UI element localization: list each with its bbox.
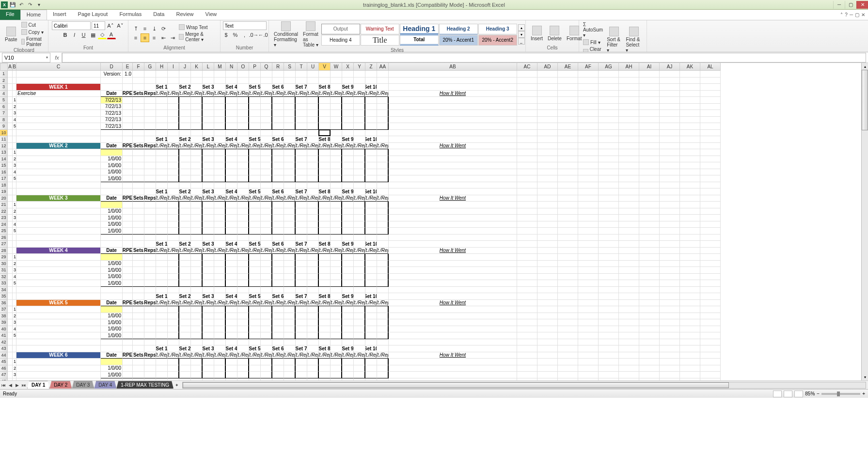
cell[interactable] <box>8 215 13 221</box>
cell[interactable] <box>133 274 144 281</box>
cell[interactable]: 2 - <box>13 313 16 320</box>
cell[interactable] <box>191 97 203 104</box>
cell[interactable] <box>214 130 226 137</box>
cell[interactable] <box>660 248 680 254</box>
cell[interactable] <box>377 175 389 182</box>
cell[interactable] <box>237 287 249 294</box>
cell[interactable] <box>354 332 365 339</box>
cell[interactable] <box>354 228 365 235</box>
cell[interactable] <box>16 306 101 313</box>
cell[interactable] <box>389 169 517 176</box>
cell[interactable] <box>272 117 284 124</box>
cell[interactable] <box>123 188 133 195</box>
cell[interactable] <box>214 267 226 274</box>
cell[interactable] <box>700 365 721 372</box>
cell[interactable] <box>272 372 284 378</box>
find-select-button[interactable]: Find & Select ▾ <box>624 27 644 53</box>
cell[interactable] <box>517 293 537 300</box>
cell[interactable] <box>249 149 261 156</box>
cell[interactable] <box>389 287 517 294</box>
cell[interactable] <box>214 345 226 352</box>
cell[interactable] <box>660 300 680 307</box>
cell[interactable] <box>133 372 144 378</box>
cell[interactable]: Wt./Reps <box>168 195 179 202</box>
cell[interactable] <box>8 182 13 189</box>
cell[interactable] <box>599 339 619 346</box>
cell[interactable] <box>599 287 619 294</box>
cell[interactable] <box>226 378 237 381</box>
cell[interactable] <box>261 117 272 124</box>
cell[interactable] <box>296 110 307 117</box>
cell[interactable]: Wt./Reps <box>365 248 377 254</box>
cell[interactable] <box>249 208 261 215</box>
cell[interactable] <box>101 306 123 313</box>
cell[interactable] <box>660 78 680 84</box>
cell[interactable] <box>168 156 179 163</box>
cell[interactable] <box>16 332 101 339</box>
cell[interactable]: How It Went <box>389 352 517 359</box>
cell[interactable] <box>237 117 249 124</box>
cell[interactable]: Set 9 <box>342 241 354 248</box>
cell[interactable] <box>342 332 354 339</box>
cell[interactable] <box>144 130 156 137</box>
cell[interactable] <box>261 372 272 378</box>
cell[interactable] <box>558 162 578 169</box>
cell[interactable] <box>156 208 168 215</box>
cell[interactable]: Set 5 <box>249 241 261 248</box>
cell[interactable] <box>319 202 331 208</box>
cell[interactable] <box>296 169 307 176</box>
cell[interactable] <box>237 136 249 143</box>
cell[interactable] <box>619 345 639 352</box>
cell[interactable] <box>16 359 101 365</box>
cell[interactable] <box>365 202 377 208</box>
cell[interactable] <box>342 228 354 235</box>
row-header[interactable]: 37 <box>0 306 8 313</box>
row-header[interactable]: 27 <box>0 241 8 248</box>
cell[interactable] <box>179 235 191 241</box>
cell[interactable] <box>284 359 296 365</box>
col-header-J[interactable]: J <box>179 63 191 71</box>
cell[interactable] <box>191 378 203 381</box>
cell[interactable] <box>537 313 558 320</box>
cell[interactable] <box>319 215 331 221</box>
cell[interactable]: Wt./Reps <box>331 248 342 254</box>
cell[interactable] <box>680 274 700 281</box>
cell[interactable] <box>578 365 599 372</box>
cell[interactable] <box>214 208 226 215</box>
cell[interactable]: Wt./Reps <box>214 143 226 150</box>
cell[interactable]: How It Went <box>389 195 517 202</box>
cell[interactable] <box>517 156 537 163</box>
cell[interactable] <box>599 365 619 372</box>
cell[interactable] <box>354 293 365 300</box>
cell[interactable]: Wt./Reps <box>284 195 296 202</box>
cell[interactable] <box>261 293 272 300</box>
cell[interactable]: Wt./Reps <box>342 195 354 202</box>
cell[interactable] <box>319 274 331 281</box>
row-header[interactable]: 35 <box>0 293 8 300</box>
cell[interactable] <box>226 228 237 235</box>
cell[interactable] <box>156 78 168 84</box>
cell[interactable] <box>144 241 156 248</box>
row-header[interactable]: 23 <box>0 215 8 221</box>
cell[interactable] <box>680 215 700 221</box>
cell[interactable] <box>214 104 226 110</box>
cell[interactable] <box>578 169 599 176</box>
cell[interactable] <box>639 248 660 254</box>
cell[interactable] <box>179 313 191 320</box>
cell[interactable] <box>8 110 13 117</box>
cell[interactable] <box>377 104 389 110</box>
cell[interactable] <box>599 293 619 300</box>
cell[interactable] <box>272 182 284 189</box>
row-header[interactable]: 45 <box>0 359 8 365</box>
cell[interactable] <box>619 123 639 130</box>
cell[interactable] <box>389 280 517 287</box>
cell[interactable] <box>168 365 179 372</box>
cell[interactable] <box>296 378 307 381</box>
cell[interactable] <box>123 306 133 313</box>
cell[interactable] <box>377 228 389 235</box>
cell[interactable] <box>284 97 296 104</box>
cell[interactable] <box>558 208 578 215</box>
cell[interactable] <box>8 300 13 307</box>
cell[interactable]: Wt./Reps <box>284 143 296 150</box>
cell[interactable] <box>156 130 168 137</box>
